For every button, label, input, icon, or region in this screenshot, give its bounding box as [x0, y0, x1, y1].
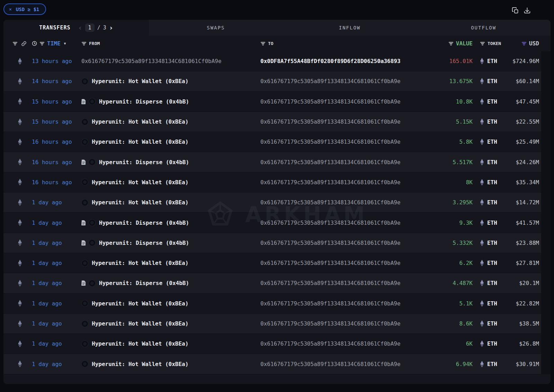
transfer-time[interactable]: 1 day ago: [32, 361, 81, 367]
transfer-token[interactable]: ETH: [480, 98, 509, 105]
transfer-time[interactable]: 14 hours ago: [32, 78, 81, 84]
remove-filter-icon[interactable]: ✕: [9, 7, 12, 12]
filter-icon[interactable]: [12, 41, 18, 46]
table-row[interactable]: 1 day ago Hyperunit: Hot Wallet (0xBEa) …: [3, 294, 551, 314]
transfer-token[interactable]: ETH: [480, 340, 509, 347]
transfer-token[interactable]: ETH: [480, 240, 509, 246]
transfer-token[interactable]: ETH: [480, 179, 509, 186]
table-row[interactable]: 1 day ago Hyperunit: Hot Wallet (0xBEa) …: [3, 314, 551, 334]
scrollbar-gutter[interactable]: [541, 51, 551, 374]
filter-icon[interactable]: [448, 41, 454, 46]
table-row[interactable]: 14 hours ago Hyperunit: Hot Wallet (0xBE…: [3, 71, 551, 91]
transfer-from[interactable]: Hyperunit: Hot Wallet (0xBEa): [81, 118, 260, 125]
transfer-to[interactable]: 0x616767179c5305a89f13348134C681061Cf0bA…: [260, 340, 428, 347]
transfer-time[interactable]: 16 hours ago: [32, 159, 81, 166]
table-row[interactable]: 1 day ago Hyperunit: Disperse (0x4bB) 0x…: [3, 233, 551, 253]
transfer-to[interactable]: 0x616767179c5305a89f13348134C681061Cf0bA…: [260, 320, 428, 327]
transfer-from[interactable]: Hyperunit: Hot Wallet (0xBEa): [81, 320, 260, 327]
transfer-token[interactable]: ETH: [480, 300, 509, 307]
transfer-to[interactable]: 0x616767179c5305a89f13348134C681061Cf0bA…: [260, 240, 428, 246]
table-row[interactable]: 16 hours ago Hyperunit: Hot Wallet (0xBE…: [3, 132, 551, 152]
transfer-from[interactable]: Hyperunit: Hot Wallet (0xBEa): [81, 199, 260, 206]
filter-icon[interactable]: [260, 41, 266, 46]
header-to[interactable]: TO: [268, 41, 274, 46]
transfer-to[interactable]: 0x616767179c5305a89f13348134C681061Cf0bA…: [260, 159, 428, 166]
transfer-token[interactable]: ETH: [480, 199, 509, 206]
usd-filter-chip[interactable]: ✕ USD ≥ $1: [3, 3, 46, 15]
table-row[interactable]: 1 day ago Hyperunit: Disperse (0x4bB) 0x…: [3, 273, 551, 293]
transfer-to[interactable]: 0x616767179c5305a89f13348134C681061Cf0bA…: [260, 260, 428, 266]
tab-transfers[interactable]: TRANSFERS ‹ 1 / 3 ›: [3, 20, 149, 36]
header-from[interactable]: FROM: [89, 41, 100, 46]
filter-active-icon[interactable]: [521, 41, 527, 46]
filter-icon[interactable]: [39, 41, 45, 46]
transfer-from[interactable]: Hyperunit: Disperse (0x4bB): [81, 219, 260, 226]
transfer-from[interactable]: Hyperunit: Disperse (0x4bB): [81, 239, 260, 246]
transfer-from[interactable]: Hyperunit: Disperse (0x4bB): [81, 159, 260, 166]
transfer-time[interactable]: 1 day ago: [32, 300, 81, 307]
transfer-from[interactable]: 0x616767179c5305a89f13348134C681061Cf0bA…: [81, 58, 260, 64]
transfer-token[interactable]: ETH: [480, 78, 509, 84]
transfer-time[interactable]: 1 day ago: [32, 260, 81, 266]
download-icon[interactable]: [524, 7, 531, 14]
table-row[interactable]: 16 hours ago Hyperunit: Hot Wallet (0xBE…: [3, 172, 551, 193]
transfer-to[interactable]: 0x616767179c5305a89f13348134C681061Cf0bA…: [260, 361, 428, 367]
transfer-token[interactable]: ETH: [480, 361, 509, 367]
transfer-from[interactable]: Hyperunit: Disperse (0x4bB): [81, 280, 260, 287]
table-row[interactable]: 1 day ago Hyperunit: Hot Wallet (0xBEa) …: [3, 334, 551, 354]
transfer-to[interactable]: 0x616767179c5305a89f13348134C681061Cf0bA…: [260, 98, 428, 105]
transfer-to[interactable]: 0x616767179c5305a89f13348134C681061Cf0bA…: [260, 280, 428, 286]
transfer-token[interactable]: ETH: [480, 118, 509, 125]
transfer-time[interactable]: 1 day ago: [32, 340, 81, 347]
transfer-to[interactable]: 0x616767179c5305a89f13348134C681061Cf0bA…: [260, 139, 428, 145]
transfer-token[interactable]: ETH: [480, 58, 509, 64]
transfer-token[interactable]: ETH: [480, 320, 509, 327]
header-value[interactable]: VALUE: [456, 40, 473, 47]
transfer-time[interactable]: 1 day ago: [32, 220, 81, 226]
header-token[interactable]: TOKEN: [488, 41, 501, 46]
transfer-from[interactable]: Hyperunit: Hot Wallet (0xBEa): [81, 78, 260, 85]
transfer-time[interactable]: 1 day ago: [32, 280, 81, 286]
transfer-token[interactable]: ETH: [480, 139, 509, 145]
transfer-from[interactable]: Hyperunit: Hot Wallet (0xBEa): [81, 360, 260, 367]
transfer-from[interactable]: Hyperunit: Hot Wallet (0xBEa): [81, 340, 260, 347]
table-row[interactable]: 15 hours ago Hyperunit: Hot Wallet (0xBE…: [3, 112, 551, 132]
table-row[interactable]: 1 day ago Hyperunit: Disperse (0x4bB) 0x…: [3, 213, 551, 233]
tab-swaps[interactable]: SWAPS: [149, 20, 283, 36]
transfer-time[interactable]: 15 hours ago: [32, 98, 81, 105]
chain-link-icon[interactable]: [21, 41, 27, 46]
transfer-to[interactable]: 0x616767179c5305a89f13348134C681061Cf0bA…: [260, 78, 428, 84]
transfer-time[interactable]: 16 hours ago: [32, 139, 81, 145]
transfer-token[interactable]: ETH: [480, 260, 509, 266]
header-usd[interactable]: USD: [529, 40, 539, 47]
transfer-time[interactable]: 1 day ago: [32, 320, 81, 327]
table-row[interactable]: 1 day ago Hyperunit: Hot Wallet (0xBEa) …: [3, 193, 551, 213]
filter-icon[interactable]: [81, 41, 87, 46]
transfer-token[interactable]: ETH: [480, 220, 509, 226]
page-prev-icon[interactable]: ‹: [78, 24, 82, 31]
table-row[interactable]: 1 day ago Hyperunit: Hot Wallet (0xBEa) …: [3, 253, 551, 273]
transfer-to[interactable]: 0x616767179c5305a89f13348134C681061Cf0bA…: [260, 118, 428, 125]
transfer-time[interactable]: 13 hours ago: [32, 58, 81, 64]
transfer-time[interactable]: 15 hours ago: [32, 118, 81, 125]
page-next-icon[interactable]: ›: [109, 24, 113, 31]
transfer-to[interactable]: 0x616767179c5305a89f13348134C681061Cf0bA…: [260, 179, 428, 186]
transfer-time[interactable]: 16 hours ago: [32, 179, 81, 186]
table-row[interactable]: 1 day ago Hyperunit: Hot Wallet (0xBEa) …: [3, 354, 551, 374]
tab-inflow[interactable]: INFLOW: [283, 20, 417, 36]
transfer-to[interactable]: 0x616767179c5305a89f13348134C681061Cf0bA…: [260, 220, 428, 226]
transfer-token[interactable]: ETH: [480, 159, 509, 166]
transfer-time[interactable]: 1 day ago: [32, 199, 81, 206]
transfer-from[interactable]: Hyperunit: Disperse (0x4bB): [81, 98, 260, 105]
header-time[interactable]: TIME: [47, 40, 61, 47]
transfer-to[interactable]: 0x616767179c5305a89f13348134C681061Cf0bA…: [260, 300, 428, 307]
transfer-time[interactable]: 1 day ago: [32, 240, 81, 246]
table-row[interactable]: 15 hours ago Hyperunit: Disperse (0x4bB)…: [3, 92, 551, 112]
transfer-from[interactable]: Hyperunit: Hot Wallet (0xBEa): [81, 260, 260, 267]
tab-outflow[interactable]: OUTFLOW: [417, 20, 551, 36]
transfer-token[interactable]: ETH: [480, 280, 509, 286]
copy-icon[interactable]: [512, 7, 519, 14]
transfer-from[interactable]: Hyperunit: Hot Wallet (0xBEa): [81, 300, 260, 307]
filter-icon[interactable]: [480, 41, 485, 46]
table-row[interactable]: 16 hours ago Hyperunit: Disperse (0x4bB)…: [3, 152, 551, 172]
